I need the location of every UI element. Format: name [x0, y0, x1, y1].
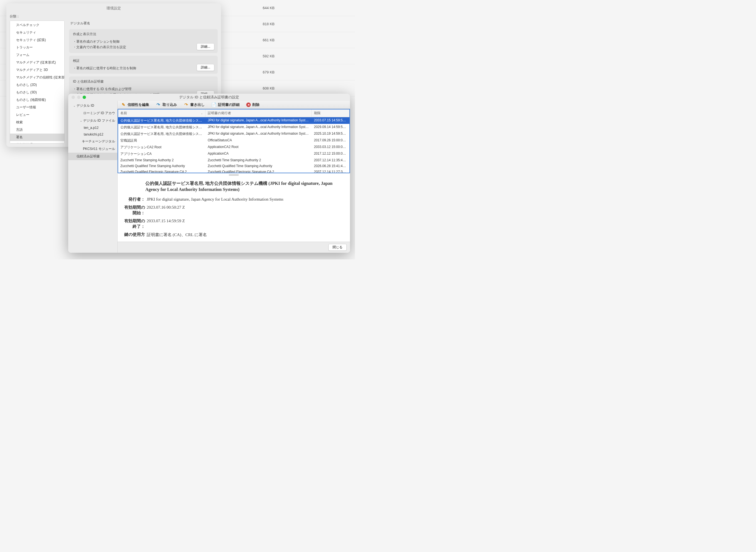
preferences-sidebar[interactable]: スペルチェックセキュリティセキュリティ (拡張)トラッカーフォームマルチメディア… [10, 20, 65, 144]
import-icon: ↶ [156, 102, 161, 107]
edit-trust-button[interactable]: ✎信頼性を編集 [121, 102, 149, 107]
table-cell: JPKI for digital signature, Japan A...oc… [206, 125, 312, 130]
table-cell: 2033.07.15 14:59:59 Z [312, 118, 349, 123]
table-cell: Zucchetti Qualified Electronic Signature… [206, 170, 312, 173]
export-icon: ↷ [184, 102, 189, 107]
table-row[interactable]: アプリケーションCAApplicationCA2017.12.12 15:00:… [118, 150, 349, 157]
digital-id-window: デジタル ID と信頼済み証明書の設定 ⌄デジタル ID ローミング ID アカ… [68, 94, 350, 253]
window-title: 環境設定 [6, 3, 221, 13]
export-button[interactable]: ↷書き出し [184, 102, 205, 107]
sidebar-item[interactable]: マルチメディアの信頼性 (従来形式) [10, 74, 64, 81]
close-button[interactable]: 閉じる [328, 244, 347, 251]
footer: 閉じる [118, 242, 350, 253]
tree-item[interactable]: キーチェーンデジタル [68, 138, 117, 145]
sidebar-item[interactable]: マルチメディア (従来形式) [10, 59, 64, 66]
certificate-detail-pane: 公的個人認証サービス署名用, 地方公共団体情報システム機構 (JPKI for … [118, 176, 350, 242]
sidebar-item[interactable]: ものさし (地図情報) [10, 96, 64, 104]
table-row[interactable]: 官職認証局OfficialStatusCA2017.09.26 15:00:00… [118, 137, 349, 144]
section-sub: 作成と表示方法 [73, 32, 214, 36]
column-issuer[interactable]: 証明書の発行者 [206, 110, 312, 117]
tree-item[interactable]: 信頼済み証明書 [68, 153, 117, 160]
table-row[interactable]: Zucchetti Time Stamping Authority 2Zucch… [118, 157, 349, 163]
sidebar-item[interactable]: 言語 [10, 126, 64, 134]
sidebar-item[interactable]: セキュリティ (拡張) [10, 36, 64, 44]
table-cell: Zucchetti Qualified Time Stamping Author… [118, 164, 206, 168]
column-expires[interactable]: 期限 [312, 110, 349, 117]
table-cell: 2025.10.19 14:59:59 Z [312, 132, 349, 136]
table-cell: 2017.12.12 15:00:00 Z [312, 152, 349, 156]
delete-button[interactable]: ✕削除 [246, 102, 259, 107]
sidebar-item[interactable]: フォーム [10, 51, 64, 59]
table-cell: 2026.06.28 15:41:42 Z [312, 164, 349, 168]
table-row[interactable]: 公的個人認証サービス署名用, 地方公共団体情報システム機構JPKI for di… [118, 117, 349, 124]
detail-title: 公的個人認証サービス署名用, 地方公共団体情報システム機構 (JPKI for … [145, 180, 344, 193]
tree-item[interactable]: tanukichi.p12 [68, 131, 117, 138]
sidebar-item[interactable]: スペルチェック [10, 21, 64, 29]
tree-item[interactable]: ローミング ID アカウ [68, 110, 117, 117]
issuer-label: 発行者： [120, 197, 147, 202]
table-cell: 公的個人認証サービス署名用, 地方公共団体情報システム機構 [118, 132, 206, 136]
section-creation: 作成と表示方法 ・署名作成のオプションを制御 ・文書内での署名の表示方法を設定 … [69, 29, 218, 53]
sidebar-item[interactable]: 信頼性管理マネージャー [10, 141, 64, 144]
table-body[interactable]: 公的個人認証サービス署名用, 地方公共団体情報システム機構JPKI for di… [118, 117, 349, 173]
certificate-table: 名前⌄ 証明書の発行者 期限 公的個人認証サービス署名用, 地方公共団体情報シス… [118, 109, 350, 173]
sidebar-item[interactable]: 検索 [10, 119, 64, 126]
table-row[interactable]: 公的個人認証サービス署名用, 地方公共団体情報システム機構JPKI for di… [118, 124, 349, 131]
sidebar-item[interactable]: レビュー [10, 111, 64, 119]
sidebar-item[interactable]: マルチメディアと 3D [10, 66, 64, 74]
key-usage-value: 証明書に署名 (CA)、CRL に署名 [147, 232, 344, 238]
split-handle[interactable] [118, 173, 350, 176]
import-button[interactable]: ↶取り込み [156, 102, 177, 107]
table-row[interactable]: 公的個人認証サービス署名用, 地方公共団体情報システム機構JPKI for di… [118, 131, 349, 137]
table-cell: アプリケーションCA [118, 152, 206, 156]
table-cell: Zucchetti Qualified Electronic Signature… [118, 170, 206, 173]
sidebar-item[interactable]: セキュリティ [10, 29, 64, 36]
chevron-down-icon: ⌄ [72, 104, 77, 107]
table-cell: 2033.03.12 15:00:00 Z [312, 145, 349, 150]
tree-item[interactable]: ⌄デジタル ID ファイル [68, 117, 117, 124]
table-cell: ApplicationCA2 Root [206, 145, 312, 150]
tree-item[interactable]: ⌄デジタル ID [68, 102, 117, 110]
cert-details-button[interactable]: 📄証明書の詳細 [211, 102, 240, 107]
table-row[interactable]: Zucchetti Qualified Time Stamping Author… [118, 163, 349, 169]
bullet: ・署名に使用する ID を作成および管理 [73, 86, 214, 92]
table-cell: 公的個人認証サービス署名用, 地方公共団体情報システム機構 [118, 118, 206, 123]
valid-to-label: 有効期間の終了： [120, 219, 147, 229]
table-cell: 2017.09.26 15:00:00 Z [312, 138, 349, 143]
sidebar-item[interactable]: ものさし (2D) [10, 81, 64, 89]
table-cell: Zucchetti Time Stamping Authority 2 [206, 158, 312, 162]
id-sidebar-tree[interactable]: ⌄デジタル ID ローミング ID アカウ⌄デジタル ID ファイルten_a.… [68, 101, 118, 253]
details-button[interactable]: 詳細... [197, 64, 214, 71]
table-cell: 官職認証局 [118, 138, 206, 143]
chevron-down-icon: ⌄ [201, 112, 203, 115]
table-cell: OfficialStatusCA [206, 138, 312, 143]
section-title: デジタル署名 [69, 20, 218, 26]
section-sub: ID と信頼済み証明書 [73, 79, 214, 84]
tree-item[interactable]: ten_a.p12 [68, 124, 117, 131]
category-label: 分類： [6, 13, 221, 20]
valid-from-value: 2023.07.16 00:50:27 Z [147, 205, 344, 216]
toolbar: ✎信頼性を編集 ↶取り込み ↷書き出し 📄証明書の詳細 ✕削除 [118, 101, 350, 109]
bullet: ・文書内での署名の表示方法を設定 [73, 44, 214, 50]
sidebar-item[interactable]: ユーザー情報 [10, 104, 64, 111]
section-verification: 検証 ・署名の検証に使用する時刻と方法を制御 詳細... [69, 56, 218, 74]
chevron-down-icon: ⌄ [79, 119, 83, 122]
table-row[interactable]: Zucchetti Qualified Electronic Signature… [118, 169, 349, 173]
bullet: ・署名作成のオプションを制御 [73, 39, 214, 44]
table-cell: Zucchetti Time Stamping Authority 2 [118, 158, 206, 162]
table-row[interactable]: アプリケーションCA2 RootApplicationCA2 Root2033.… [118, 144, 349, 150]
table-cell: 公的個人認証サービス署名用, 地方公共団体情報システム機構 [118, 125, 206, 130]
table-cell: 2037.12.14 11:27:37 Z [312, 170, 349, 173]
window-title: デジタル ID と信頼済み証明書の設定 [68, 95, 350, 100]
sidebar-item[interactable]: トラッカー [10, 44, 64, 51]
tree-item[interactable]: PKCS#11 モジュール [68, 145, 117, 153]
table-header: 名前⌄ 証明書の発行者 期限 [118, 109, 349, 117]
sidebar-item[interactable]: 署名 [10, 134, 64, 141]
valid-from-label: 有効期間の開始： [120, 205, 147, 216]
sidebar-item[interactable]: ものさし (3D) [10, 89, 64, 96]
section-sub: 検証 [73, 58, 214, 63]
details-button[interactable]: 詳細... [197, 43, 214, 50]
column-name[interactable]: 名前⌄ [118, 110, 206, 117]
table-cell: 2037.12.14 11:35:43 Z [312, 158, 349, 162]
table-cell: 2029.09.14 14:59:59 Z [312, 125, 349, 130]
